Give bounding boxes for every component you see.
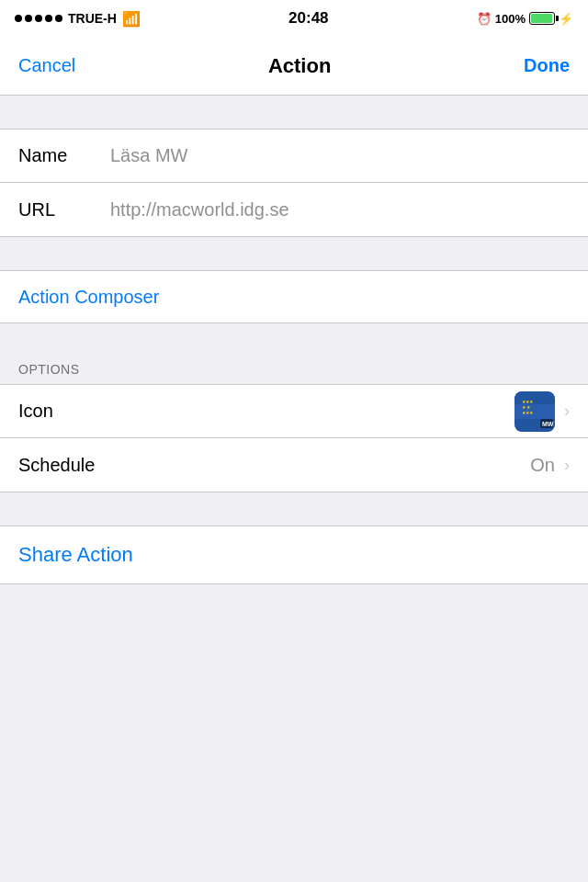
signal-dot-2 — [25, 15, 32, 22]
nav-bar: Cancel Action Done — [0, 37, 588, 96]
url-label: URL — [18, 199, 110, 220]
signal-dot-3 — [35, 15, 42, 22]
alarm-icon: ⏰ — [477, 12, 492, 26]
name-label: Name — [18, 145, 110, 166]
schedule-right: On › — [530, 455, 570, 476]
status-bar: TRUE-H 📶 20:48 ⏰ 100% ⚡ — [0, 0, 588, 37]
icon-row[interactable]: Icon MacWorld ★★★ ★ ★ ★★★ — [0, 385, 588, 438]
svg-rect-1 — [514, 404, 555, 419]
icon-thumbnail: MacWorld ★★★ ★ ★ ★★★ MW — [514, 391, 555, 432]
signal-dot-1 — [15, 15, 22, 22]
carrier-label: TRUE-H — [68, 11, 117, 26]
wifi-icon: 📶 — [122, 10, 141, 28]
icon-svg: ★★★ ★ ★ ★★★ MW — [514, 391, 555, 432]
icon-chevron: › — [564, 401, 570, 421]
name-value: Läsa MW — [110, 145, 570, 166]
options-header: OPTIONS — [0, 349, 588, 384]
done-button[interactable]: Done — [524, 55, 570, 76]
icon-right: MacWorld ★★★ ★ ★ ★★★ MW — [514, 391, 570, 432]
share-action-label: Share Action — [18, 543, 133, 567]
charging-icon: ⚡ — [559, 12, 573, 26]
section-gap-top — [0, 96, 588, 129]
icon-thumbnail-inner: MacWorld ★★★ ★ ★ ★★★ MW — [514, 391, 555, 432]
section-gap-3 — [0, 323, 588, 349]
section-gap-4 — [0, 492, 588, 526]
section-gap-2 — [0, 237, 588, 270]
schedule-chevron: › — [564, 456, 570, 475]
share-action-row[interactable]: Share Action — [0, 526, 588, 584]
status-left: TRUE-H 📶 — [15, 10, 141, 28]
page-title: Action — [268, 54, 331, 78]
battery-percent: 100% — [495, 12, 526, 26]
schedule-row[interactable]: Schedule On › — [0, 438, 588, 492]
signal-dot-4 — [45, 15, 52, 22]
section-gap-bottom — [0, 584, 588, 617]
options-group: Icon MacWorld ★★★ ★ ★ ★★★ — [0, 384, 588, 492]
name-row[interactable]: Name Läsa MW — [0, 130, 588, 183]
schedule-value: On — [530, 455, 555, 476]
signal-dots — [15, 15, 62, 22]
action-composer-row[interactable]: Action Composer — [0, 270, 588, 323]
status-time: 20:48 — [288, 9, 328, 28]
signal-dot-5 — [55, 15, 62, 22]
url-row[interactable]: URL http://macworld.idg.se — [0, 183, 588, 236]
svg-text:★★★: ★★★ — [522, 410, 534, 415]
name-url-form: Name Läsa MW URL http://macworld.idg.se — [0, 129, 588, 237]
status-right: ⏰ 100% ⚡ — [477, 12, 573, 26]
icon-label: Icon — [18, 401, 514, 422]
cancel-button[interactable]: Cancel — [18, 55, 75, 76]
action-composer-label: Action Composer — [18, 287, 159, 308]
svg-text:MW: MW — [542, 421, 554, 427]
battery-icon — [529, 12, 555, 25]
schedule-label: Schedule — [18, 455, 530, 476]
url-value: http://macworld.idg.se — [110, 199, 570, 220]
